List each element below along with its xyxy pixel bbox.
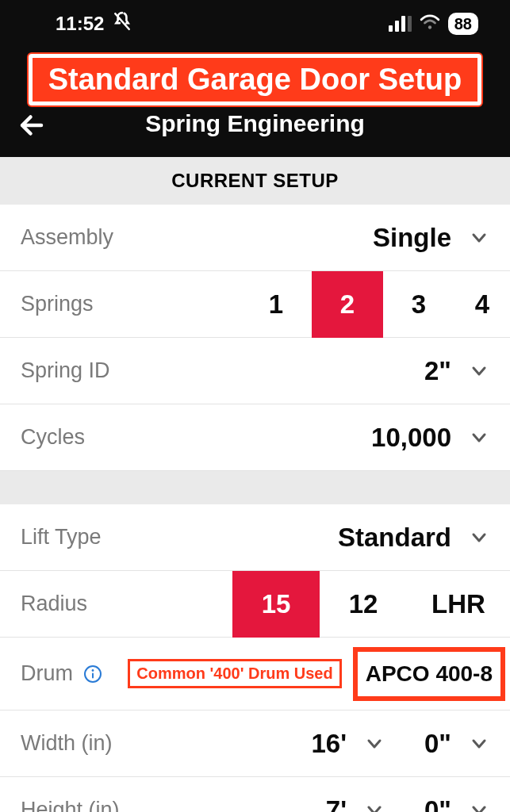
spring-id-label: Spring ID — [21, 358, 110, 383]
row-cycles[interactable]: Cycles 10,000 — [0, 404, 510, 471]
chevron-down-icon[interactable] — [469, 800, 489, 813]
silent-icon — [112, 11, 132, 36]
row-assembly[interactable]: Assembly Single — [0, 205, 510, 271]
status-time: 11:52 — [56, 13, 104, 35]
springs-label: Springs — [21, 292, 94, 316]
page-title: Spring Engineering — [16, 110, 494, 137]
radius-option-lhr[interactable]: LHR — [407, 571, 510, 638]
svg-point-2 — [92, 669, 94, 672]
app-header: Standard Garage Door Setup Spring Engine… — [0, 48, 510, 157]
chevron-down-icon — [469, 361, 489, 381]
battery-indicator: 88 — [448, 13, 478, 35]
chevron-down-icon — [469, 427, 489, 448]
back-button[interactable] — [17, 111, 46, 140]
header-highlight: Standard Garage Door Setup — [29, 54, 481, 105]
chevron-down-icon — [469, 527, 489, 548]
drum-label: Drum — [21, 661, 73, 686]
section-spacer — [0, 471, 510, 504]
radius-label: Radius — [21, 592, 87, 616]
drum-annotation: Common '400' Drum Used — [128, 659, 341, 688]
svg-point-0 — [428, 25, 431, 29]
chevron-down-icon[interactable] — [364, 733, 385, 754]
springs-option-1[interactable]: 1 — [240, 271, 312, 338]
radius-option-15[interactable]: 15 — [232, 571, 320, 638]
cycles-value: 10,000 — [371, 423, 451, 453]
lift-type-value: Standard — [338, 523, 451, 553]
assembly-value: Single — [373, 223, 451, 253]
assembly-label: Assembly — [21, 225, 113, 250]
height-label: Height (in) — [21, 798, 120, 812]
row-width: Width (in) 16' 0" — [0, 710, 510, 777]
row-springs: Springs 1 2 3 4 — [0, 271, 510, 338]
row-lift-type[interactable]: Lift Type Standard — [0, 504, 510, 571]
springs-option-3[interactable]: 3 — [383, 271, 454, 338]
chevron-down-icon — [469, 228, 489, 248]
radius-segment: 15 12 LHR — [232, 571, 510, 638]
row-radius: Radius 15 12 LHR — [0, 571, 510, 638]
radius-option-12[interactable]: 12 — [320, 571, 407, 638]
width-feet[interactable]: 16' — [311, 729, 347, 759]
row-height: Height (in) 7' 0" — [0, 777, 510, 812]
width-label: Width (in) — [21, 731, 113, 756]
drum-value: APCO 400-8 — [353, 647, 505, 701]
spring-id-value: 2" — [424, 356, 451, 386]
springs-segment: 1 2 3 4 — [240, 271, 510, 338]
cycles-label: Cycles — [21, 425, 85, 450]
springs-option-4[interactable]: 4 — [454, 271, 510, 338]
svg-rect-3 — [92, 672, 94, 678]
height-feet[interactable]: 7' — [326, 795, 347, 813]
lift-type-label: Lift Type — [21, 525, 102, 550]
info-icon[interactable] — [82, 664, 103, 684]
height-inches[interactable]: 0" — [424, 795, 451, 813]
section-title: CURRENT SETUP — [0, 157, 510, 205]
row-spring-id[interactable]: Spring ID 2" — [0, 338, 510, 404]
status-bar: 11:52 88 — [0, 0, 510, 48]
width-inches[interactable]: 0" — [424, 729, 451, 759]
chevron-down-icon[interactable] — [364, 800, 385, 813]
row-drum[interactable]: Drum Common '400' Drum Used APCO 400-8 — [0, 638, 510, 710]
chevron-down-icon[interactable] — [469, 733, 489, 754]
wifi-icon — [420, 13, 440, 35]
springs-option-2[interactable]: 2 — [312, 271, 383, 338]
cellular-icon — [389, 16, 412, 32]
